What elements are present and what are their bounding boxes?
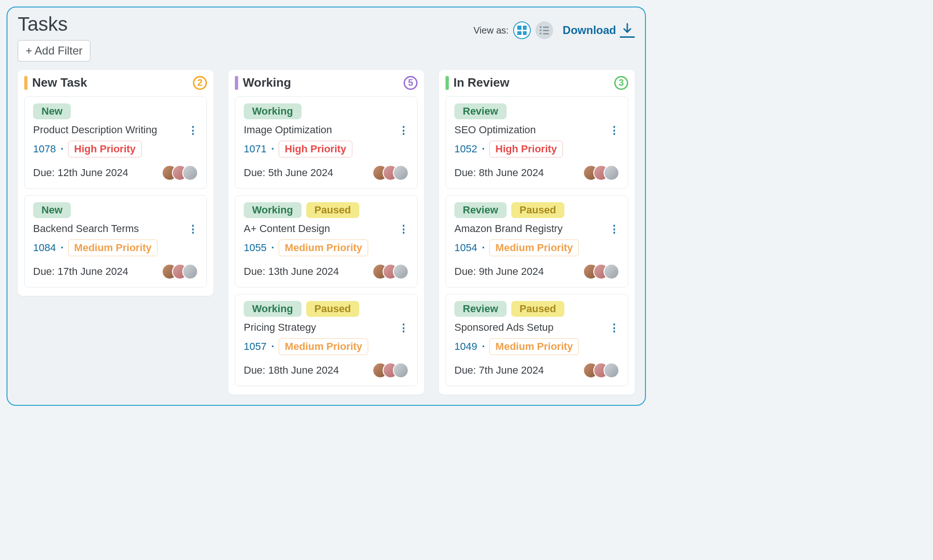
separator-dot: ·	[482, 341, 485, 353]
task-title: A+ Content Design	[244, 223, 330, 235]
pill-row: ReviewPaused	[454, 301, 619, 317]
status-pill: Working	[244, 301, 302, 317]
task-card[interactable]: WorkingPausedPricing Strategy⋮1057·Mediu…	[235, 294, 418, 386]
due-row: Due: 7th June 2024	[454, 362, 619, 378]
assignee-avatars[interactable]	[372, 362, 409, 378]
due-row: Due: 18th June 2024	[244, 362, 409, 378]
view-list-button[interactable]	[535, 21, 553, 39]
task-meta-row: 1055·Medium Priority	[244, 239, 409, 256]
assignee-avatars[interactable]	[372, 264, 409, 280]
task-id[interactable]: 1049	[454, 341, 477, 353]
more-options-icon[interactable]: ⋮	[609, 325, 619, 330]
due-row: Due: 5th June 2024	[244, 165, 409, 181]
due-date: Due: 8th June 2024	[454, 167, 544, 179]
column-count-badge: 2	[193, 76, 207, 90]
task-id[interactable]: 1078	[33, 143, 56, 155]
more-options-icon[interactable]: ⋮	[398, 128, 409, 133]
priority-badge: Medium Priority	[489, 338, 579, 355]
column-title: New Task	[32, 75, 188, 90]
view-grid-button[interactable]	[513, 21, 531, 39]
separator-dot: ·	[271, 242, 274, 254]
more-options-icon[interactable]: ⋮	[398, 226, 409, 232]
task-title-row: A+ Content Design⋮	[244, 223, 409, 235]
task-card[interactable]: ReviewPausedAmazon Brand Registry⋮1054·M…	[446, 195, 628, 287]
task-card[interactable]: WorkingPausedA+ Content Design⋮1055·Medi…	[235, 195, 418, 287]
paused-pill: Paused	[511, 301, 564, 317]
avatar[interactable]	[393, 264, 409, 280]
due-date: Due: 9th June 2024	[454, 266, 544, 278]
column-header: New Task2	[24, 75, 207, 90]
due-date: Due: 17th June 2024	[33, 266, 128, 278]
pill-row: ReviewPaused	[454, 202, 619, 218]
task-card[interactable]: NewBackend Search Terms⋮1084·Medium Prio…	[24, 195, 207, 287]
status-pill: Working	[244, 202, 302, 218]
status-pill: New	[33, 103, 71, 119]
task-id[interactable]: 1071	[244, 143, 267, 155]
column-title: In Review	[453, 75, 610, 90]
column-title: Working	[243, 75, 399, 90]
priority-badge: High Priority	[489, 141, 563, 157]
more-options-icon[interactable]: ⋮	[609, 226, 619, 232]
task-id[interactable]: 1052	[454, 143, 477, 155]
task-id[interactable]: 1054	[454, 242, 477, 254]
toolbar: View as: Download	[473, 13, 635, 39]
due-date: Due: 7th June 2024	[454, 364, 544, 376]
task-id[interactable]: 1055	[244, 242, 267, 254]
task-card[interactable]: ReviewPausedSponsored Ads Setup⋮1049·Med…	[446, 294, 628, 386]
column-count-badge: 5	[404, 76, 418, 90]
avatar[interactable]	[604, 165, 619, 181]
task-meta-row: 1052·High Priority	[454, 141, 619, 157]
task-title-row: Pricing Strategy⋮	[244, 321, 409, 334]
priority-badge: Medium Priority	[489, 239, 579, 256]
task-card[interactable]: WorkingImage Optimization⋮1071·High Prio…	[235, 96, 418, 189]
priority-badge: Medium Priority	[68, 239, 158, 256]
column-accent-bar	[446, 76, 449, 90]
avatar[interactable]	[182, 264, 198, 280]
avatar[interactable]	[604, 264, 619, 280]
priority-badge: High Priority	[68, 141, 142, 157]
avatar[interactable]	[393, 165, 409, 181]
task-title: SEO Optimization	[454, 124, 536, 136]
pill-row: New	[33, 103, 198, 119]
pill-row: Review	[454, 103, 619, 119]
task-id[interactable]: 1057	[244, 341, 267, 353]
assignee-avatars[interactable]	[162, 165, 198, 181]
more-options-icon[interactable]: ⋮	[398, 325, 409, 330]
task-card[interactable]: NewProduct Description Writing⋮1078·High…	[24, 96, 207, 189]
avatar[interactable]	[393, 362, 409, 378]
paused-pill: Paused	[306, 202, 359, 218]
due-row: Due: 9th June 2024	[454, 264, 619, 280]
assignee-avatars[interactable]	[372, 165, 409, 181]
separator-dot: ·	[482, 242, 485, 254]
add-filter-button[interactable]: + Add Filter	[18, 40, 90, 61]
task-meta-row: 1071·High Priority	[244, 141, 409, 157]
task-title: Product Description Writing	[33, 124, 157, 136]
status-pill: Review	[454, 103, 507, 119]
pill-row: Working	[244, 103, 409, 119]
assignee-avatars[interactable]	[162, 264, 198, 280]
avatar[interactable]	[182, 165, 198, 181]
download-icon	[620, 23, 635, 38]
due-row: Due: 17th June 2024	[33, 264, 198, 280]
status-pill: New	[33, 202, 71, 218]
task-title-row: Product Description Writing⋮	[33, 124, 198, 136]
more-options-icon[interactable]: ⋮	[188, 226, 198, 232]
task-meta-row: 1049·Medium Priority	[454, 338, 619, 355]
assignee-avatars[interactable]	[583, 362, 619, 378]
download-button[interactable]: Download	[563, 23, 635, 38]
avatar[interactable]	[604, 362, 619, 378]
due-date: Due: 18th June 2024	[244, 364, 339, 376]
task-title-row: Image Optimization⋮	[244, 124, 409, 136]
priority-badge: Medium Priority	[279, 239, 368, 256]
assignee-avatars[interactable]	[583, 165, 619, 181]
more-options-icon[interactable]: ⋮	[609, 128, 619, 133]
task-id[interactable]: 1084	[33, 242, 56, 254]
pill-row: WorkingPaused	[244, 301, 409, 317]
header: Tasks + Add Filter View as: Download	[18, 13, 635, 61]
page-title: Tasks	[18, 13, 90, 35]
more-options-icon[interactable]: ⋮	[188, 128, 198, 133]
task-title: Image Optimization	[244, 124, 332, 136]
column-new: New Task2NewProduct Description Writing⋮…	[18, 70, 213, 296]
task-card[interactable]: ReviewSEO Optimization⋮1052·High Priorit…	[446, 96, 628, 189]
assignee-avatars[interactable]	[583, 264, 619, 280]
